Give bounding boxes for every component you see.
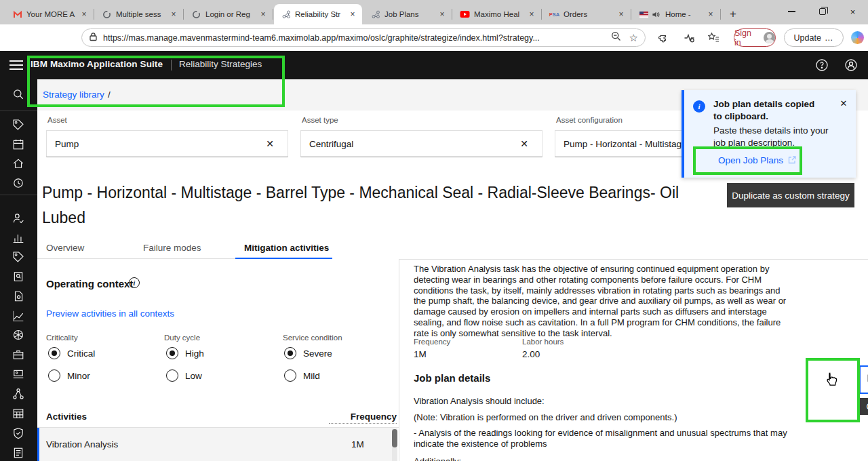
tab-close-icon[interactable]: × — [437, 9, 448, 20]
tab-failure-modes[interactable]: Failure modes — [134, 239, 235, 259]
schedule-icon[interactable] — [12, 138, 24, 151]
radio-severe-selected[interactable] — [284, 347, 296, 359]
frequency-label: Frequency — [414, 338, 450, 346]
browser-tab[interactable]: PSA Orders × — [542, 4, 631, 24]
extensions-icon[interactable] — [655, 28, 671, 47]
security-icon[interactable] — [12, 427, 24, 439]
radio-option-severe[interactable]: Severe — [284, 347, 332, 359]
more-options-icon[interactable]: … — [825, 33, 834, 43]
duplicate-as-custom-strategy-button[interactable]: Duplicate as custom strategy — [727, 183, 854, 207]
search-icon[interactable] — [12, 88, 24, 100]
radio-critical-selected[interactable] — [48, 347, 60, 359]
tab-close-icon[interactable]: × — [347, 9, 358, 20]
new-tab-button[interactable]: + — [724, 5, 742, 23]
asset-configuration-field-label: Asset configuration — [556, 116, 623, 124]
open-job-plans-link[interactable]: Open Job Plans — [718, 155, 783, 165]
update-button[interactable]: Update … — [784, 28, 844, 47]
breadcrumb-strategy-library[interactable]: Strategy library — [43, 89, 104, 100]
browser-tab-bar: Your MORE A × Multiple sess × Login or R… — [0, 0, 868, 24]
app-header: IBM Maximo Application Suite Reliability… — [0, 51, 868, 79]
help-icon[interactable] — [815, 58, 829, 72]
tab-mitigation-activities[interactable]: Mitigation activities — [235, 239, 332, 259]
tab-close-icon[interactable]: × — [616, 9, 627, 20]
hierarchy-icon[interactable] — [12, 388, 24, 400]
history-icon[interactable] — [12, 177, 24, 189]
browser-tab-active[interactable]: Reliability Str × — [274, 4, 362, 24]
radio-option-high[interactable]: High — [166, 347, 204, 359]
frequency-value: 1M — [414, 349, 427, 359]
tab-close-icon[interactable]: × — [79, 9, 90, 20]
job-plan-details-heading: Job plan details — [414, 372, 490, 384]
assets-icon[interactable] — [12, 119, 24, 131]
asset-type-field-value[interactable]: Centrifugal — [309, 139, 515, 149]
document-gear-icon[interactable] — [12, 290, 24, 302]
toolbox-icon[interactable] — [12, 348, 24, 361]
asset-field[interactable]: Pump ✕ — [46, 130, 288, 157]
copy-button[interactable] — [859, 365, 868, 394]
people-icon[interactable] — [12, 212, 24, 224]
activities-scrollbar-thumb[interactable] — [392, 429, 397, 447]
toast-close-icon[interactable]: ✕ — [837, 98, 850, 111]
tab-audio-icon[interactable] — [651, 9, 661, 20]
window-close-button[interactable]: × — [837, 0, 868, 23]
radio-low[interactable] — [166, 369, 178, 382]
asset-field-value[interactable]: Pump — [55, 139, 260, 149]
activities-scrollbar[interactable] — [392, 428, 397, 461]
favorites-icon[interactable] — [705, 28, 722, 47]
browser-tab[interactable]: Maximo Heal × — [453, 4, 541, 24]
analytics-icon[interactable] — [12, 310, 24, 322]
knowledge-icon[interactable] — [12, 270, 24, 283]
tab-close-icon[interactable]: × — [258, 9, 269, 20]
clear-asset-type-icon[interactable]: ✕ — [515, 138, 534, 149]
sign-in-button[interactable]: Sign in — [734, 28, 776, 47]
duty-cycle-label: Duty cycle — [164, 334, 200, 342]
radio-option-low[interactable]: Low — [166, 369, 202, 382]
url-text[interactable]: https://mas.manage.mavenmastermind-team6… — [103, 33, 611, 43]
browser-tab[interactable]: Multiple sess × — [95, 4, 183, 24]
tab-close-icon[interactable]: × — [168, 9, 179, 20]
radio-option-mild[interactable]: Mild — [284, 369, 320, 382]
menu-icon[interactable] — [9, 60, 23, 70]
browser-tab[interactable]: Job Plans × — [363, 4, 452, 24]
copilot-icon[interactable] — [849, 28, 865, 47]
profile-avatar — [764, 32, 775, 43]
preview-activities-link[interactable]: Preview activities in all contexts — [46, 308, 174, 319]
maximo-favicon — [281, 9, 291, 20]
browser-tab[interactable]: Home - × — [632, 4, 720, 24]
site-lock-icon[interactable] — [89, 32, 98, 44]
radio-high-selected[interactable] — [166, 347, 178, 359]
breadcrumb-separator: / — [108, 89, 111, 100]
bookmark-star-icon[interactable]: ☆ — [629, 33, 638, 43]
radio-minor[interactable] — [48, 369, 60, 382]
frequency-column-header[interactable]: Frequency — [329, 412, 397, 424]
us-flag-icon — [639, 9, 649, 20]
tab-overview[interactable]: Overview — [37, 239, 134, 259]
browser-essentials-icon[interactable] — [681, 28, 697, 47]
tab-title: Login or Reg — [205, 10, 258, 18]
asset-tag-icon[interactable] — [12, 251, 24, 263]
browser-tab[interactable]: Login or Reg × — [184, 4, 273, 24]
window-minimize-button[interactable] — [776, 0, 807, 23]
zoom-out-icon[interactable] — [611, 31, 621, 44]
psa-logo-icon: PSA — [549, 9, 559, 20]
user-profile-icon[interactable] — [844, 58, 858, 72]
info-icon[interactable]: i — [129, 277, 140, 288]
reports-icon[interactable] — [12, 232, 24, 244]
home-icon[interactable] — [12, 157, 24, 169]
records-icon[interactable] — [12, 447, 24, 459]
asset-type-field[interactable]: Centrifugal ✕ — [300, 130, 542, 157]
window-restore-button[interactable] — [807, 0, 837, 23]
wheel-icon[interactable] — [12, 329, 24, 341]
address-bar[interactable]: https://mas.manage.mavenmastermind-team6… — [81, 28, 646, 47]
grid-icon[interactable] — [12, 407, 24, 420]
browser-tab[interactable]: Your MORE A × — [5, 4, 94, 24]
radio-mild[interactable] — [284, 369, 296, 382]
tab-close-icon[interactable]: × — [526, 9, 537, 20]
radio-option-minor[interactable]: Minor — [48, 369, 90, 382]
radio-option-critical[interactable]: Critical — [48, 347, 95, 359]
workstation-icon[interactable] — [12, 368, 24, 380]
tab-close-icon[interactable]: × — [705, 9, 716, 20]
clear-asset-icon[interactable]: ✕ — [260, 138, 279, 149]
activity-detail-panel: The Vibration Analysis task has the obje… — [399, 259, 868, 461]
activity-row-vibration-analysis[interactable]: Vibration Analysis 1M — [37, 428, 392, 461]
